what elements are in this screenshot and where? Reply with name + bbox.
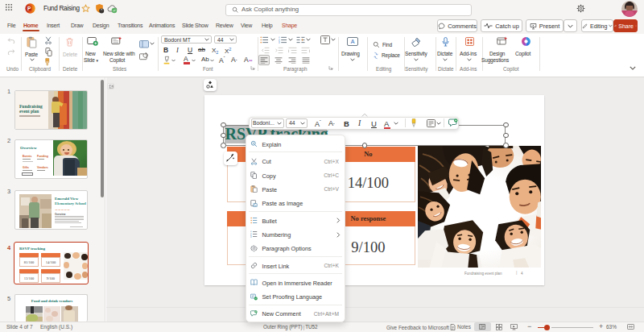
svg-text:1: 1 <box>279 36 280 39</box>
svg-text:P: P <box>27 6 31 11</box>
svg-text:1: 1 <box>250 230 252 233</box>
svg-text:2: 2 <box>279 39 280 42</box>
svg-text:A: A <box>351 39 355 44</box>
